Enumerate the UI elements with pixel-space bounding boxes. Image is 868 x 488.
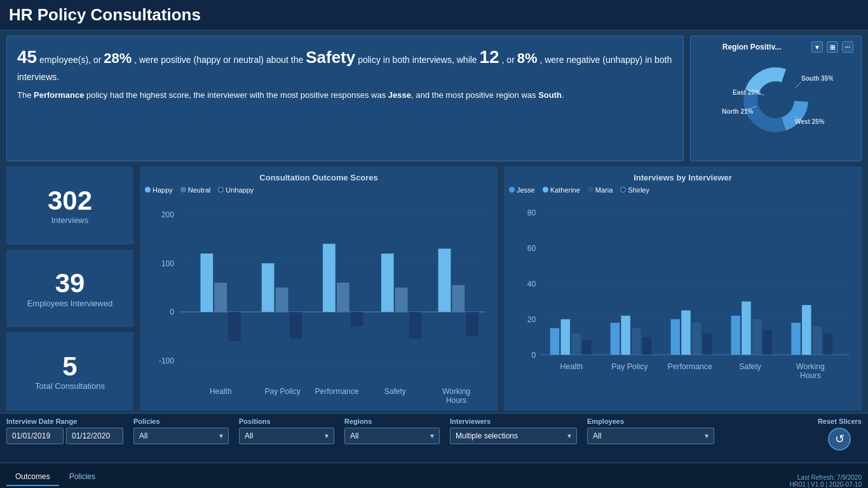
- regions-select[interactable]: All ▾: [344, 428, 440, 444]
- top-region: South: [538, 90, 562, 100]
- interviews-label: Interviews: [51, 215, 89, 225]
- interviewers-dropdown-arrow: ▾: [567, 431, 571, 440]
- svg-text:0: 0: [170, 308, 174, 316]
- positive-count: 45: [17, 47, 37, 67]
- interviewers-label: Interviewers: [450, 417, 577, 425]
- donut-svg: East 20% North 21% South 35% West 25%: [719, 55, 833, 144]
- svg-rect-37: [550, 328, 560, 355]
- interviews-number: 302: [48, 186, 92, 215]
- legend-happy: Happy: [145, 186, 173, 194]
- interviewer-chart-title: Interviews by Interviewer: [509, 173, 857, 182]
- date-range-group: Interview Date Range: [6, 417, 123, 444]
- svg-text:Safety: Safety: [384, 387, 406, 396]
- summary-text2: , were positive (happy or neutral) about…: [134, 55, 306, 65]
- summary-box: 45 employee(s), or 28% , were positive (…: [6, 36, 684, 161]
- svg-text:Hours: Hours: [446, 396, 466, 405]
- date-range-label: Interview Date Range: [6, 417, 123, 425]
- interviewers-group: Interviewers Multiple selections ▾: [450, 417, 577, 444]
- tab-outcomes[interactable]: Outcomes: [6, 468, 59, 486]
- donut-header: Region Positiv... ▼ ⊞ ···: [696, 41, 856, 53]
- positions-select[interactable]: All ▾: [239, 428, 334, 444]
- interviewer-chart-svg: 80 60 40 20 0 Health: [509, 196, 857, 407]
- date-start-input[interactable]: [6, 428, 64, 444]
- legend-shirley: Shirley: [620, 186, 649, 194]
- bar: [290, 312, 302, 339]
- date-end-input[interactable]: [66, 428, 123, 444]
- regions-dropdown-arrow: ▾: [430, 431, 434, 440]
- svg-text:Pay Policy: Pay Policy: [611, 362, 648, 371]
- summary-text1: employee(s), or: [39, 55, 104, 65]
- interviews-by-interviewer-chart: Interviews by Interviewer Jesse Katherin…: [504, 166, 862, 410]
- svg-rect-57: [791, 323, 801, 355]
- svg-text:100: 100: [161, 259, 174, 268]
- bar: [201, 254, 214, 312]
- bar: [337, 283, 349, 312]
- positive-pct: 28%: [104, 50, 132, 66]
- positions-group: Positions All ▾: [239, 417, 334, 444]
- summary-pre2: The: [17, 90, 34, 100]
- policies-value: All: [139, 431, 147, 440]
- page-title: HR Policy Consultations: [9, 5, 859, 25]
- svg-text:Performance: Performance: [668, 362, 712, 371]
- employees-number: 39: [55, 269, 85, 298]
- svg-rect-48: [681, 310, 691, 355]
- reset-icon: ↺: [828, 428, 851, 451]
- summary-text-b2: , and the most positive region was: [411, 90, 538, 100]
- legend-maria: Maria: [588, 186, 613, 194]
- svg-text:0: 0: [532, 351, 536, 360]
- outcome-chart-svg-wrap: 200 100 0 -100 Healt: [145, 196, 492, 407]
- legend-katherine: Katherine: [543, 186, 580, 194]
- svg-rect-55: [763, 330, 773, 355]
- highest-policy: Performance: [34, 90, 84, 100]
- outcome-legend: Happy Neutral Unhappy: [145, 186, 492, 194]
- positions-dropdown-arrow: ▾: [325, 431, 329, 440]
- expand-icon[interactable]: ⊞: [827, 41, 838, 53]
- svg-rect-58: [802, 305, 811, 355]
- policies-group: Policies All ▾: [133, 417, 229, 444]
- main-content: 45 employee(s), or 28% , were positive (…: [0, 30, 868, 488]
- consultations-card: 5 Total Consultations: [6, 332, 133, 410]
- outcome-chart-title: Consultation Outcome Scores: [145, 173, 492, 182]
- svg-text:60: 60: [527, 244, 536, 253]
- svg-rect-40: [582, 341, 592, 355]
- consultations-number: 5: [62, 352, 77, 381]
- bar: [323, 244, 336, 312]
- bar: [452, 285, 465, 312]
- employees-select[interactable]: All ▾: [587, 428, 714, 444]
- summary-line1: 45 employee(s), or 28% , were positive (…: [17, 44, 673, 84]
- tab-policies[interactable]: Policies: [60, 468, 104, 486]
- positions-label: Positions: [239, 417, 334, 425]
- reset-label: Reset Slicers: [818, 417, 862, 425]
- bar: [438, 248, 451, 312]
- interviews-card: 302 Interviews: [6, 166, 133, 245]
- interviewer-chart-svg-wrap: 80 60 40 20 0 Health: [509, 196, 857, 407]
- policies-select[interactable]: All ▾: [133, 428, 229, 444]
- legend-neutral: Neutral: [180, 186, 210, 194]
- positions-value: All: [245, 431, 253, 440]
- svg-text:40: 40: [527, 280, 536, 288]
- employees-card: 39 Employees Interviewed: [6, 250, 133, 328]
- svg-text:Working: Working: [796, 362, 825, 371]
- summary-text3: policy in both interviews, while: [358, 55, 479, 65]
- consultations-label: Total Consultations: [35, 381, 105, 391]
- donut-box: Region Positiv... ▼ ⊞ ···: [690, 36, 862, 161]
- svg-rect-45: [642, 337, 652, 355]
- interviewers-select[interactable]: Multiple selections ▾: [450, 428, 577, 444]
- employees-label: Employees Interviewed: [27, 299, 112, 308]
- outcome-scores-chart: Consultation Outcome Scores Happy Neutra…: [140, 166, 498, 410]
- summary-text4: , or: [502, 55, 517, 65]
- employees-group: Employees All ▾: [587, 417, 714, 444]
- regions-value: All: [350, 431, 358, 440]
- negative-pct: 8%: [517, 50, 538, 66]
- page-header: HR Policy Consultations: [0, 0, 868, 30]
- filter-bar: Interview Date Range Policies All ▾ Posi…: [0, 413, 868, 463]
- employees-label: Employees: [587, 417, 714, 425]
- summary-end: .: [562, 90, 564, 100]
- mid-section: 302 Interviews 39 Employees Interviewed …: [0, 164, 868, 413]
- last-refresh: Last Refresh: 7/9/2020: [789, 474, 862, 481]
- more-icon[interactable]: ···: [842, 41, 853, 53]
- svg-text:East 20%: East 20%: [733, 89, 761, 96]
- filter-icon[interactable]: ▼: [811, 41, 823, 53]
- reset-slicers-button[interactable]: Reset Slicers ↺: [818, 417, 862, 451]
- svg-rect-54: [752, 319, 762, 355]
